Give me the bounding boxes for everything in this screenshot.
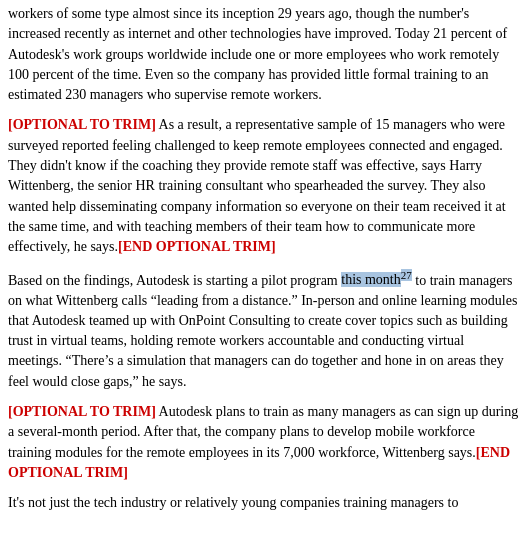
optional-trim-start-2: [OPTIONAL TO TRIM] [8,404,156,419]
highlight-this-month: this month [341,272,401,287]
paragraph-1-text: workers of some type almost since its in… [8,6,507,102]
paragraph-3: Based on the findings, Autodesk is start… [8,268,521,392]
main-content: workers of some type almost since its in… [0,0,529,531]
paragraph-3-text-before-highlight: Based on the findings, Autodesk is start… [8,272,341,287]
paragraph-3-text-after-highlight: to train managers on what Wittenberg cal… [8,272,517,388]
optional-trim-start-1: [OPTIONAL TO TRIM] [8,117,156,132]
paragraph-2: [OPTIONAL TO TRIM] As a result, a repres… [8,115,521,257]
paragraph-2-text: As a result, a representative sample of … [8,117,506,254]
paragraph-4: [OPTIONAL TO TRIM] Autodesk plans to tra… [8,402,521,483]
paragraph-5: It's not just the tech industry or relat… [8,493,521,513]
paragraph-1: workers of some type almost since its in… [8,4,521,105]
highlight-footnote-27: 27 [401,269,412,281]
optional-trim-end-1: [END OPTIONAL TRIM] [118,239,276,254]
paragraph-5-text: It's not just the tech industry or relat… [8,495,458,510]
